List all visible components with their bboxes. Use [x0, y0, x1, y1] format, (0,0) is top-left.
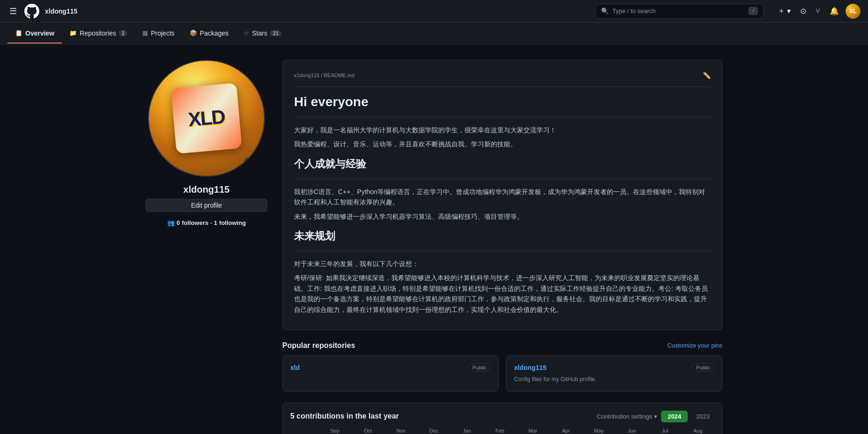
contribution-graph: Sep Oct Nov Dec Jan Feb Mar Apr May Jun …: [290, 428, 714, 434]
repo-card-header-xldong115: xldong115 Public: [514, 363, 714, 372]
issues-icon: ⊙: [800, 7, 806, 15]
xld-card: XLD: [171, 83, 242, 154]
contribution-settings-label: Contribution settings: [597, 413, 653, 420]
readme-future-p1: 对于未来三年的发展，我有以下几个设想：: [294, 259, 711, 269]
readme-h2-achievements: 个人成就与经验: [294, 157, 711, 171]
tab-stars-label: Stars: [252, 29, 267, 37]
repo-card-xldong115: xldong115 Public Config files for my Git…: [506, 355, 722, 391]
contributions-title: 5 contributions in the last year: [290, 412, 399, 420]
repo-badge-xld: Public: [468, 363, 491, 372]
issues-button[interactable]: ⊙: [797, 5, 809, 17]
pullrequests-button[interactable]: ⑂: [813, 5, 823, 17]
notifications-button[interactable]: 🔔: [827, 5, 842, 17]
user-avatar[interactable]: XL: [846, 4, 861, 19]
hamburger-button[interactable]: ☰: [7, 4, 19, 18]
month-jan: Jan: [450, 428, 484, 434]
month-jun: Jun: [616, 428, 649, 434]
pullrequests-icon: ⑂: [816, 7, 820, 15]
xld-text: XLD: [187, 106, 226, 131]
popular-repos-header: Popular repositories Customize your pins: [282, 341, 722, 350]
tab-projects-label: Projects: [151, 29, 175, 37]
header-actions: ＋ ▾ ⊙ ⑂ 🔔 XL: [775, 4, 861, 19]
readme-divider-3: [294, 179, 711, 179]
contrib-month-labels: Sep Oct Nov Dec Jan Feb Mar Apr May Jun …: [290, 428, 714, 434]
readme-achievements-p1: 我初涉C语言、C++、Python等编程语言，正在学习中。曾成功地编程华为鸿蒙开…: [294, 187, 711, 208]
stars-icon: ☆: [243, 29, 249, 36]
search-kbd: /: [749, 7, 758, 15]
search-box[interactable]: 🔍 Type / to search /: [595, 4, 764, 19]
repo-name-xldong115[interactable]: xldong115: [514, 364, 546, 371]
month-oct: Oct: [352, 428, 385, 434]
repo-card-xld: xld Public: [282, 355, 499, 391]
month-sep: Sep: [318, 428, 352, 434]
tab-packages[interactable]: 📦 Packages: [182, 24, 236, 43]
github-logo[interactable]: [24, 4, 39, 19]
tab-projects[interactable]: ▦ Projects: [135, 24, 182, 43]
tab-overview-label: Overview: [25, 29, 54, 37]
year-2024-button[interactable]: 2024: [661, 411, 688, 422]
month-mar: Mar: [516, 428, 550, 434]
contribution-settings-button[interactable]: Contribution settings ▾: [597, 413, 658, 420]
customize-pins-link[interactable]: Customize your pins: [667, 342, 722, 349]
follow-info: 👥 0 followers · 1 following: [167, 219, 246, 226]
camera-icon: 📷: [246, 160, 254, 167]
readme-header: x1dong115 / README.md ✏️: [294, 72, 711, 79]
profile-avatar-large: XLD 📷: [148, 60, 265, 177]
create-button[interactable]: ＋ ▾: [775, 4, 794, 18]
follow-separator: ·: [210, 219, 212, 226]
profile-nav: 📋 Overview 📁 Repositories 2 ▦ Projects 📦…: [0, 22, 868, 45]
packages-icon: 📦: [190, 29, 197, 36]
popular-repos-section: Popular repositories Customize your pins…: [282, 341, 722, 391]
followers-count: 0: [177, 219, 180, 226]
repo-card-header-xld: xld Public: [290, 363, 491, 372]
month-aug: Aug: [682, 428, 715, 434]
tab-repositories-label: Repositories: [80, 29, 116, 37]
month-jul: Jul: [648, 428, 682, 434]
search-icon: 🔍: [601, 7, 609, 14]
stars-badge: 21: [270, 30, 281, 36]
profile-sidebar: XLD 📷 xldong115 Edit profile 👥 0 followe…: [146, 60, 267, 434]
header: ☰ xldong115 🔍 Type / to search / ＋ ▾ ⊙ ⑂…: [0, 0, 868, 22]
readme-card: x1dong115 / README.md ✏️ Hi everyone 大家好…: [282, 60, 722, 330]
contribution-settings-chevron-icon: ▾: [654, 413, 657, 420]
edit-profile-button[interactable]: Edit profile: [146, 199, 267, 212]
readme-intro-p1: 大家好，我是一名福州大学的计算机与大数据学院的学生，很荣幸在这里与大家交流学习！: [294, 125, 711, 135]
create-icon: ＋: [778, 6, 785, 16]
following-link[interactable]: following: [219, 219, 246, 226]
readme-h1: Hi everyone: [294, 94, 711, 109]
followers-link[interactable]: followers: [182, 219, 208, 226]
profile-username: xldong115: [184, 184, 230, 195]
readme-divider: [294, 87, 711, 87]
followers-label: followers: [182, 219, 208, 226]
hamburger-icon: ☰: [9, 7, 17, 16]
tab-stars[interactable]: ☆ Stars 21: [236, 24, 289, 43]
notifications-icon: 🔔: [830, 7, 839, 15]
year-2023-button[interactable]: 2023: [691, 411, 714, 422]
readme-edit-button[interactable]: ✏️: [703, 72, 711, 79]
avatar-image: XL: [846, 4, 861, 19]
month-feb: Feb: [484, 428, 517, 434]
tab-overview[interactable]: 📋 Overview: [7, 24, 62, 43]
repo-name-xld[interactable]: xld: [290, 364, 300, 371]
readme-future-p2: 考研/保研: 如果我决定继续深造，我希望能够进入本校的计算机科学与技术，进一步深…: [294, 273, 711, 315]
contributions-section: 5 contributions in the last year Contrib…: [282, 403, 722, 434]
contributions-settings: Contribution settings ▾ 2024 2023: [597, 411, 714, 422]
tab-repositories[interactable]: 📁 Repositories 2: [62, 24, 135, 43]
profile-content: x1dong115 / README.md ✏️ Hi everyone 大家好…: [282, 60, 722, 434]
overview-icon: 📋: [15, 29, 22, 36]
readme-h2-future: 未来规划: [294, 229, 711, 243]
change-avatar-button[interactable]: 📷: [243, 157, 257, 170]
month-dec: Dec: [418, 428, 451, 434]
readme-achievements-p2: 未来，我希望能够进一步深入学习机器学习算法、高级编程技巧、项目管理等。: [294, 211, 711, 222]
readme-file-path: x1dong115 / README.md: [294, 72, 354, 78]
main-container: XLD 📷 xldong115 Edit profile 👥 0 followe…: [134, 45, 734, 434]
readme-divider-4: [294, 251, 711, 251]
following-label: following: [219, 219, 246, 226]
repo-desc-xldong115: Config files for my GitHub profile.: [514, 376, 714, 383]
month-may: May: [582, 428, 616, 434]
people-icon: 👥: [167, 219, 175, 226]
readme-intro-p2: 我热爱编程、设计、音乐、运动等，并且喜欢不断挑战自我、学习新的技能。: [294, 139, 711, 149]
create-chevron-icon: ▾: [787, 7, 791, 15]
tab-packages-label: Packages: [200, 29, 228, 37]
header-username: xldong115: [45, 7, 77, 15]
